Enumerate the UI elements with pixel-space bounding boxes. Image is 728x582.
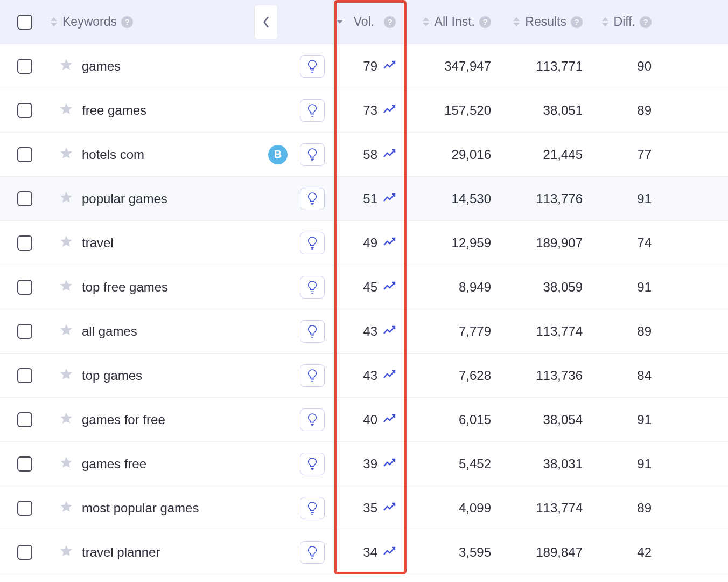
hint-button[interactable]: [300, 320, 325, 343]
col-header-label: Vol.: [354, 15, 374, 29]
hint-button[interactable]: [300, 408, 325, 431]
diff-value: 91: [637, 456, 652, 472]
trend-icon[interactable]: [383, 368, 396, 383]
row-checkbox[interactable]: [17, 324, 32, 339]
diff-value: 91: [637, 280, 652, 295]
hint-button[interactable]: [300, 55, 325, 78]
hint-button[interactable]: [300, 453, 325, 475]
keyword-text[interactable]: free games: [82, 103, 146, 118]
row-checkbox[interactable]: [17, 235, 32, 251]
keyword-text[interactable]: popular games: [82, 191, 167, 206]
trend-icon[interactable]: [383, 280, 396, 295]
allinst-value: 347,947: [444, 59, 491, 74]
star-icon[interactable]: [59, 146, 73, 163]
results-value: 113,776: [536, 191, 583, 206]
results-value: 189,847: [536, 545, 583, 560]
trend-icon[interactable]: [383, 235, 396, 251]
star-icon[interactable]: [59, 190, 73, 207]
help-icon[interactable]: ?: [384, 16, 396, 28]
table-row: travel planner 34 3,595 189,847 42: [0, 530, 728, 574]
row-checkbox[interactable]: [17, 545, 32, 560]
help-icon[interactable]: ?: [640, 16, 652, 28]
table-row: travel 49 12,959 189,907 74: [0, 221, 728, 265]
keyword-text[interactable]: games for free: [82, 412, 165, 427]
results-value: 21,445: [543, 147, 583, 162]
vol-value: 58: [363, 147, 377, 162]
keyword-text[interactable]: games: [82, 59, 121, 74]
row-checkbox[interactable]: [17, 456, 32, 472]
keyword-text[interactable]: most popular games: [82, 501, 199, 516]
help-icon[interactable]: ?: [479, 16, 491, 28]
table-row: games for free 40 6,015 38,054 91: [0, 398, 728, 442]
star-icon[interactable]: [59, 500, 73, 517]
col-header-label: All Inst.: [435, 15, 475, 29]
col-header-label: Results: [525, 15, 566, 29]
trend-icon[interactable]: [383, 412, 396, 427]
results-value: 38,054: [543, 412, 583, 427]
trend-icon[interactable]: [383, 191, 396, 206]
hint-button[interactable]: [300, 99, 325, 122]
row-checkbox[interactable]: [17, 501, 32, 516]
diff-value: 90: [637, 59, 652, 74]
trend-icon[interactable]: [383, 456, 396, 472]
star-icon[interactable]: [59, 367, 73, 384]
keyword-text[interactable]: top free games: [82, 280, 168, 295]
keyword-text[interactable]: hotels com: [82, 147, 144, 162]
trend-icon[interactable]: [383, 501, 396, 516]
help-icon[interactable]: ?: [571, 16, 583, 28]
row-checkbox[interactable]: [17, 368, 32, 383]
star-icon[interactable]: [59, 455, 73, 473]
hint-button[interactable]: [300, 276, 325, 299]
trend-icon[interactable]: [383, 103, 396, 118]
collapse-button[interactable]: [254, 5, 278, 39]
help-icon[interactable]: ?: [121, 16, 133, 28]
row-checkbox[interactable]: [17, 59, 32, 74]
results-value: 38,031: [543, 456, 583, 472]
hint-button[interactable]: [300, 143, 325, 166]
keyword-text[interactable]: top games: [82, 368, 142, 383]
results-value: 113,774: [536, 501, 583, 516]
hint-button[interactable]: [300, 497, 325, 519]
trend-icon[interactable]: [383, 59, 396, 74]
hint-button[interactable]: [300, 232, 325, 254]
star-icon[interactable]: [59, 323, 73, 340]
keyword-text[interactable]: games free: [82, 456, 146, 472]
hint-button[interactable]: [300, 364, 325, 387]
row-checkbox[interactable]: [17, 191, 32, 206]
col-header-diff[interactable]: Diff. ?: [593, 15, 662, 29]
trend-icon[interactable]: [383, 147, 396, 162]
allinst-value: 7,779: [459, 324, 491, 339]
star-icon[interactable]: [59, 234, 73, 252]
select-all-checkbox[interactable]: [17, 15, 32, 30]
hint-button[interactable]: [300, 541, 325, 564]
star-icon[interactable]: [59, 411, 73, 428]
sort-icon: [423, 17, 430, 27]
row-checkbox[interactable]: [17, 147, 32, 162]
col-header-results[interactable]: Results ?: [502, 15, 593, 29]
trend-icon[interactable]: [383, 324, 396, 339]
keyword-text[interactable]: travel: [82, 235, 114, 251]
table-row: most popular games 35 4,099 113,774 89: [0, 486, 728, 530]
keyword-text[interactable]: travel planner: [82, 545, 160, 560]
star-icon[interactable]: [59, 58, 73, 75]
star-icon[interactable]: [59, 279, 73, 296]
row-checkbox[interactable]: [17, 280, 32, 295]
allinst-value: 3,595: [459, 545, 491, 560]
hint-button[interactable]: [300, 188, 325, 210]
star-icon[interactable]: [59, 102, 73, 119]
keyword-text[interactable]: all games: [82, 324, 137, 339]
diff-value: 84: [637, 368, 652, 383]
table-body: games 79 347,947 113,771 90 free games: [0, 44, 728, 574]
col-header-keywords[interactable]: Keywords ?: [50, 5, 291, 39]
keywords-table: Keywords ? Vol. ? All Inst. ? Results ? …: [0, 0, 728, 574]
allinst-value: 7,628: [459, 368, 491, 383]
row-checkbox[interactable]: [17, 412, 32, 427]
col-header-allinst[interactable]: All Inst. ?: [407, 15, 502, 29]
vol-value: 43: [363, 324, 377, 339]
diff-value: 91: [637, 412, 652, 427]
star-icon[interactable]: [59, 544, 73, 561]
table-header: Keywords ? Vol. ? All Inst. ? Results ? …: [0, 0, 728, 44]
row-checkbox[interactable]: [17, 103, 32, 118]
col-header-vol[interactable]: Vol. ?: [334, 15, 407, 29]
trend-icon[interactable]: [383, 545, 396, 560]
